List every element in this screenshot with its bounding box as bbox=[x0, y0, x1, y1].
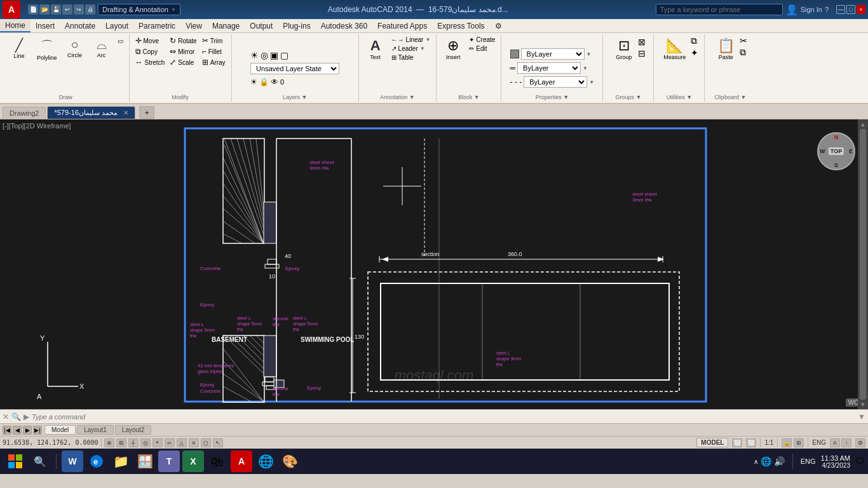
grid-icon[interactable]: ⊞ bbox=[116, 438, 126, 447]
taskbar-autocad[interactable]: A bbox=[231, 451, 252, 472]
notification-icon[interactable]: 🗨 bbox=[855, 456, 864, 466]
menu-featured-apps[interactable]: Featured Apps bbox=[372, 19, 432, 32]
layout-nav-next[interactable]: ▶ bbox=[23, 426, 32, 435]
network-icon[interactable]: 🌐 bbox=[761, 456, 771, 466]
taskbar-files[interactable]: 📁 bbox=[110, 451, 132, 472]
scroll-up-arrow[interactable]: ▲ bbox=[860, 121, 866, 128]
redo-btn[interactable]: ↪ bbox=[74, 4, 84, 15]
scroll-down-arrow[interactable]: ▼ bbox=[860, 401, 866, 408]
menu-insert[interactable]: Insert bbox=[31, 19, 60, 32]
menu-manage[interactable]: Manage bbox=[207, 19, 245, 32]
stretch-button[interactable]: ↔ Stretch bbox=[133, 57, 167, 67]
scroll-right[interactable]: ▲ ▼ bbox=[858, 119, 868, 409]
cmd-arrow-btn[interactable]: ▶ bbox=[24, 412, 29, 421]
group-extra-icon-1[interactable]: ⊠ bbox=[638, 37, 646, 47]
taskbar-teams[interactable]: T bbox=[158, 451, 180, 472]
linetype-dropdown[interactable]: ByLayer bbox=[524, 76, 587, 88]
taskbar-edge[interactable]: e bbox=[86, 451, 107, 472]
line-button[interactable]: ╱ Line bbox=[6, 36, 32, 61]
volume-icon[interactable]: 🔊 bbox=[774, 456, 785, 466]
fillet-button[interactable]: ⌐ Fillet bbox=[200, 46, 227, 57]
text-button[interactable]: A Text bbox=[363, 36, 388, 62]
layer-icon-1[interactable]: ☀ bbox=[250, 50, 259, 60]
polar-icon[interactable]: ◎ bbox=[140, 438, 151, 447]
menu-output[interactable]: Output bbox=[245, 19, 278, 32]
cmd-search-btn[interactable]: 🔍 bbox=[11, 412, 21, 421]
ortho-icon[interactable]: ┼ bbox=[128, 438, 139, 447]
insert-button[interactable]: ⊕ Insert bbox=[440, 36, 466, 62]
create-button[interactable]: ✦ Create bbox=[467, 36, 497, 44]
eye-icon[interactable]: 👁 bbox=[271, 78, 278, 86]
measure-button[interactable]: 📐 Measure bbox=[660, 36, 689, 62]
tray-arrow[interactable]: ∧ bbox=[754, 458, 758, 465]
anno-scale-icon[interactable]: A bbox=[830, 438, 840, 447]
close-button[interactable]: × bbox=[857, 5, 865, 14]
menu-home[interactable]: Home bbox=[0, 19, 31, 32]
open-btn[interactable]: 📂 bbox=[39, 4, 50, 15]
menu-settings[interactable]: ⚙ bbox=[490, 19, 507, 32]
menu-annotate[interactable]: Annotate bbox=[60, 19, 100, 32]
rectangle-button[interactable]: ▭ bbox=[116, 37, 125, 45]
new-tab-button[interactable]: + bbox=[139, 106, 154, 119]
taskbar-word[interactable]: W bbox=[62, 451, 83, 472]
paste-button[interactable]: 📋 Paste bbox=[713, 36, 738, 62]
layout-nav-last[interactable]: ▶| bbox=[33, 426, 42, 435]
taskbar-windows-store[interactable]: 🪟 bbox=[134, 451, 156, 472]
copy-button[interactable]: ⧉ Copy bbox=[133, 46, 167, 57]
clipboard-icon[interactable]: ⧉ bbox=[740, 47, 747, 58]
linear-button[interactable]: ←→ Linear ▼ bbox=[390, 36, 433, 44]
polyline-button[interactable]: ⌒ Polyline bbox=[33, 36, 61, 63]
leader-button[interactable]: ↗ Leader ▼ bbox=[390, 44, 433, 53]
scale-button[interactable]: ⤢ Scale bbox=[168, 57, 198, 67]
layout-tab-layout1[interactable]: Layout1 bbox=[77, 425, 114, 435]
utilities-icon-1[interactable]: ⧉ bbox=[691, 36, 698, 46]
layout-tab-model[interactable]: Model bbox=[44, 425, 76, 435]
layer-icon-2[interactable]: ◎ bbox=[261, 50, 268, 60]
lineweight-icon[interactable]: ≡ bbox=[189, 438, 199, 447]
group-button[interactable]: ⊡ Group bbox=[611, 36, 637, 62]
circle-button[interactable]: ○ Circle bbox=[62, 36, 88, 60]
scroll-thumb[interactable] bbox=[860, 129, 866, 400]
transparency-icon[interactable]: ◻ bbox=[201, 438, 211, 447]
sign-in-label[interactable]: Sign In bbox=[801, 6, 822, 13]
menu-a360[interactable]: Autodesk 360 bbox=[316, 19, 372, 32]
group-extra-icon-2[interactable]: ⊟ bbox=[638, 48, 646, 58]
paper-space-icon[interactable]: ⬜ bbox=[732, 438, 742, 447]
taskbar-excel[interactable]: X bbox=[182, 451, 204, 472]
menu-view[interactable]: View bbox=[180, 19, 207, 32]
selection-icon[interactable]: ↖ bbox=[213, 438, 223, 447]
doc-tab-drawing2[interactable]: Drawing2 bbox=[3, 107, 46, 119]
menu-plugins[interactable]: Plug-ins bbox=[278, 19, 315, 32]
dynamic-icon[interactable]: △ bbox=[177, 438, 187, 447]
workspace-dropdown[interactable]: Drafting & Annotation ▼ bbox=[98, 4, 180, 15]
mirror-button[interactable]: ⇔ Mirror bbox=[168, 46, 198, 57]
print-btn[interactable]: 🖨 bbox=[85, 4, 95, 15]
lineweight-dropdown[interactable]: ByLayer bbox=[517, 62, 581, 74]
table-button[interactable]: ⊞ Table bbox=[390, 53, 433, 62]
lock-icon[interactable]: 🔒 bbox=[259, 78, 269, 86]
move-button[interactable]: ✛ Move bbox=[133, 36, 167, 46]
lock-icon[interactable]: 🔒 bbox=[782, 438, 792, 447]
maximize-button[interactable]: □ bbox=[846, 5, 855, 14]
cad-drawing[interactable]: Concrete Epoxy Epoxy Epoxy Epoxy Concret… bbox=[0, 119, 868, 409]
edit-button[interactable]: ✏ Edit bbox=[467, 44, 497, 53]
layout-tab-layout2[interactable]: Layout2 bbox=[115, 425, 152, 435]
taskbar-paint[interactable]: 🎨 bbox=[279, 451, 301, 472]
minimize-button[interactable]: — bbox=[836, 5, 845, 14]
doc-tab-main-close[interactable]: ✕ bbox=[123, 109, 128, 116]
ui-icon[interactable]: ⊞ bbox=[794, 438, 804, 447]
taskbar-clock[interactable]: 11:33 AM 4/23/2023 bbox=[821, 454, 850, 469]
layout-nav-prev[interactable]: ◀ bbox=[13, 426, 22, 435]
snap-icon[interactable]: ⊕ bbox=[104, 438, 114, 447]
sync-icon[interactable]: ↑ bbox=[841, 438, 851, 447]
trim-button[interactable]: ✂ Trim bbox=[200, 36, 227, 46]
layout-nav-first[interactable]: |◀ bbox=[3, 426, 11, 435]
menu-layout[interactable]: Layout bbox=[100, 19, 133, 32]
menu-express-tools[interactable]: Express Tools bbox=[432, 19, 489, 32]
taskbar-browser[interactable]: 🌐 bbox=[255, 451, 276, 472]
menu-parametric[interactable]: Parametric bbox=[133, 19, 180, 32]
save-btn[interactable]: 💾 bbox=[51, 4, 61, 15]
array-button[interactable]: ⊞ Array bbox=[200, 57, 227, 67]
utilities-icon-2[interactable]: ✦ bbox=[691, 48, 698, 58]
help-icon[interactable]: ? bbox=[825, 6, 829, 13]
